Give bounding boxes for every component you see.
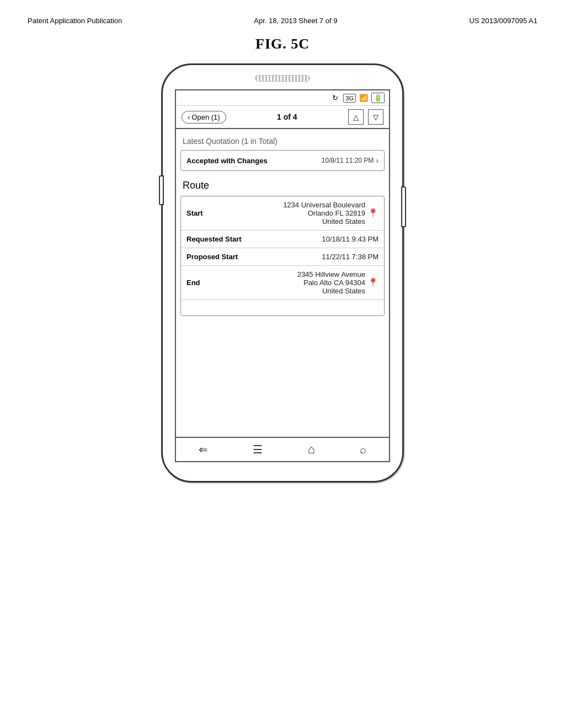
quotation-value: 10/8/11 11:20 PM › — [322, 156, 379, 165]
proposed-start-value: 11/22/11 7:38 PM — [322, 253, 379, 261]
page-indicator: 1 of 4 — [231, 113, 344, 121]
back-button-label: Open (1) — [191, 113, 220, 121]
quotation-label: Accepted with Changes — [186, 157, 268, 165]
nav-bar: ‹ Open (1) 1 of 4 △ ▽ — [176, 106, 389, 129]
3g-icon: 3G — [343, 94, 356, 103]
start-row: Start 1234 Universal Boulevard Orlando F… — [181, 196, 384, 231]
patent-center-header: Apr. 18, 2013 Sheet 7 of 9 — [254, 17, 337, 25]
screen: ↻ 3G 📶 🔋 ‹ Open (1) 1 of 4 △ ▽ Latest Qu… — [175, 89, 390, 462]
start-pin-icon: 📍 — [367, 208, 379, 218]
start-value: 1234 Universal Boulevard Orlando FL 3281… — [283, 201, 379, 226]
route-title: Route — [176, 175, 389, 194]
status-bar: ↻ 3G 📶 🔋 — [176, 90, 389, 106]
start-address: 1234 Universal Boulevard Orlando FL 3281… — [283, 201, 365, 226]
requested-start-row: Requested Start 10/18/11 9:43 PM — [181, 231, 384, 248]
requested-start-value: 10/18/11 9:43 PM — [322, 235, 379, 243]
back-chevron-icon: ‹ — [188, 113, 190, 121]
requested-start-label: Requested Start — [186, 235, 247, 243]
end-pin-icon: 📍 — [367, 277, 379, 288]
signal-icon: 📶 — [359, 94, 368, 102]
latest-quotation-header: Latest Quotation (1 in Total) — [176, 133, 389, 148]
content-area: Latest Quotation (1 in Total) Accepted w… — [176, 129, 389, 437]
route-card: Start 1234 Universal Boulevard Orlando F… — [180, 196, 385, 316]
proposed-start-label: Proposed Start — [186, 253, 247, 261]
search-nav-icon[interactable]: ⌕ — [360, 443, 366, 456]
quotation-chevron-icon: › — [376, 156, 379, 165]
bottom-nav: ⇐ ☰ ⌂ ⌕ — [176, 437, 389, 461]
empty-row — [181, 300, 384, 315]
quotation-row: Accepted with Changes 10/8/11 11:20 PM › — [181, 151, 384, 170]
back-button[interactable]: ‹ Open (1) — [182, 111, 226, 124]
back-nav-icon[interactable]: ⇐ — [199, 443, 208, 456]
home-nav-icon[interactable]: ⌂ — [308, 442, 315, 457]
end-value: 2345 Hillview Avenue Palo Alto CA 94304 … — [297, 270, 379, 295]
quotation-date: 10/8/11 11:20 PM — [322, 157, 374, 164]
proposed-start-row: Proposed Start 11/22/11 7:38 PM — [181, 248, 384, 266]
nav-down-button[interactable]: ▽ — [368, 109, 383, 125]
patent-header: Patent Application Publication Apr. 18, … — [11, 11, 554, 30]
end-label: End — [186, 279, 247, 287]
phone-shell: ↻ 3G 📶 🔋 ‹ Open (1) 1 of 4 △ ▽ Latest Qu… — [161, 63, 404, 483]
up-arrow-icon: △ — [353, 113, 359, 121]
nav-up-button[interactable]: △ — [348, 109, 364, 125]
sync-icon: ↻ — [331, 93, 340, 103]
start-label: Start — [186, 209, 247, 217]
quotation-card[interactable]: Accepted with Changes 10/8/11 11:20 PM › — [180, 150, 385, 171]
battery-icon: 🔋 — [371, 93, 385, 103]
end-row: End 2345 Hillview Avenue Palo Alto CA 94… — [181, 266, 384, 300]
menu-nav-icon[interactable]: ☰ — [253, 443, 263, 456]
patent-left-header: Patent Application Publication — [28, 17, 122, 25]
speaker — [255, 75, 310, 82]
end-address: 2345 Hillview Avenue Palo Alto CA 94304 … — [297, 270, 365, 295]
patent-right-header: US 2013/0097095 A1 — [469, 17, 537, 25]
down-arrow-icon: ▽ — [373, 113, 379, 121]
fig-title: FIG. 5C — [255, 36, 310, 52]
